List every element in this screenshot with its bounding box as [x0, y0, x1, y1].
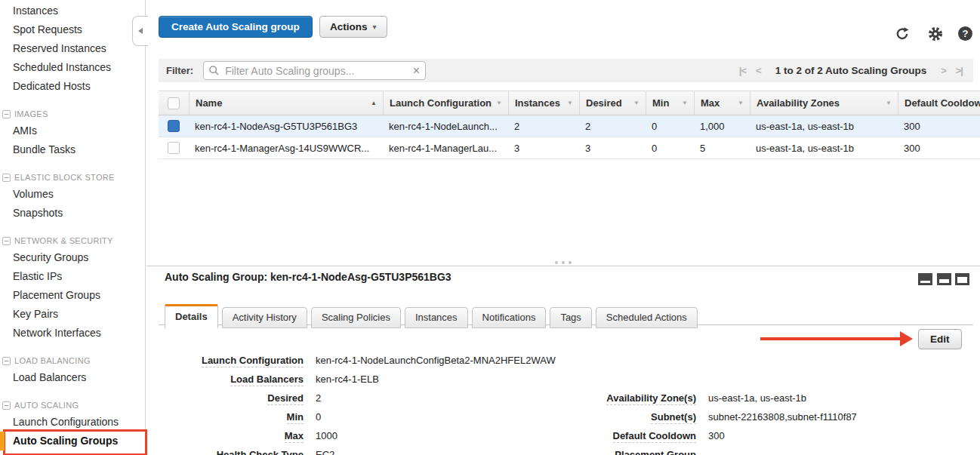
sort-icon: ▼: [886, 100, 892, 106]
help-icon[interactable]: ?: [958, 26, 973, 42]
field-value: EC2: [316, 449, 334, 455]
collapse-section-icon[interactable]: −: [2, 237, 11, 245]
row-checkbox[interactable]: [168, 120, 180, 132]
tab-scheduled-actions[interactable]: Scheduled Actions: [596, 307, 698, 328]
tab-activity-history[interactable]: Activity History: [222, 307, 307, 328]
field-availability-zones: Availability Zone(s) us-east-1a, us-east…: [596, 392, 857, 411]
sidebar-item-elastic-ips[interactable]: Elastic IPs: [0, 267, 145, 286]
next-page-button[interactable]: >: [941, 65, 946, 76]
cell-desired: 3: [579, 137, 646, 158]
field-label: Availability Zone(s): [606, 392, 696, 405]
column-header-min[interactable]: Min ▼: [646, 91, 694, 115]
column-header-max[interactable]: Max ▼: [694, 91, 750, 115]
sidebar-item-volumes[interactable]: Volumes: [0, 185, 145, 204]
sidebar-item-amis[interactable]: AMIs: [0, 121, 145, 140]
column-header-instances[interactable]: Instances ▼: [508, 91, 579, 115]
sidebar-collapse-handle[interactable]: [132, 16, 149, 46]
chevron-down-icon: ▾: [373, 23, 377, 31]
field-label: Desired: [267, 392, 304, 405]
sidebar-item-key-pairs[interactable]: Key Pairs: [0, 305, 145, 324]
sidebar-item-load-balancers[interactable]: Load Balancers: [0, 368, 145, 387]
field-value: 0: [316, 411, 321, 423]
details-fields-right: Availability Zone(s) us-east-1a, us-east…: [596, 392, 857, 455]
splitter-drag-handle[interactable]: [550, 260, 576, 266]
field-value: 1000: [316, 430, 337, 441]
sidebar-item-dedicated-hosts[interactable]: Dedicated Hosts: [0, 77, 145, 96]
actions-button[interactable]: Actions ▾: [319, 16, 387, 38]
sidebar-item-auto-scaling-groups[interactable]: Auto Scaling Groups: [0, 432, 145, 450]
sidebar-item-security-groups[interactable]: Security Groups: [0, 248, 145, 267]
details-tabs: Details Activity History Scaling Policie…: [165, 304, 701, 328]
sidebar-item-placement-groups[interactable]: Placement Groups: [0, 286, 145, 305]
column-label: Default Cooldown: [904, 97, 980, 109]
create-auto-scaling-group-button[interactable]: Create Auto Scaling group: [159, 16, 313, 38]
pane-layout-bottom-icon[interactable]: [918, 273, 932, 285]
collapse-section-icon[interactable]: −: [2, 174, 11, 182]
main-content: Create Auto Scaling group Actions ▾ ? Fi…: [146, 0, 980, 455]
pagination-status: 1 to 2 of 2 Auto Scaling Groups: [775, 65, 927, 76]
tab-details[interactable]: Details: [165, 304, 218, 328]
sidebar-item-reserved-instances[interactable]: Reserved Instances: [0, 39, 145, 58]
column-header-availability-zones[interactable]: Availability Zones ▼: [750, 91, 898, 115]
help-question-glyph: ?: [958, 26, 972, 41]
cell-max: 1,000: [694, 115, 750, 137]
column-header-default-cooldown[interactable]: Default Cooldown: [898, 91, 980, 115]
search-input[interactable]: [203, 61, 426, 80]
field-label: Launch Configuration: [202, 355, 304, 367]
first-page-button[interactable]: |<: [739, 65, 746, 76]
field-label: Default Cooldown: [613, 430, 697, 443]
refresh-icon[interactable]: [895, 26, 910, 42]
sidebar-item-network-interfaces[interactable]: Network Interfaces: [0, 324, 145, 343]
last-page-button[interactable]: >|: [956, 65, 963, 76]
column-header-desired[interactable]: Desired ▼: [579, 91, 646, 115]
ec2-console-screen: Instances Spot Requests Reserved Instanc…: [0, 0, 980, 455]
prev-page-button[interactable]: <: [756, 65, 761, 76]
field-label: Min: [287, 411, 304, 424]
sidebar-item-launch-configurations[interactable]: Launch Configurations: [0, 413, 145, 432]
collapse-section-icon[interactable]: −: [2, 401, 11, 410]
column-label: Launch Configuration: [390, 97, 492, 109]
sidebar-section-ebs: − ELASTIC BLOCK STORE Volumes Snapshots: [0, 170, 145, 223]
sidebar-item-spot-requests[interactable]: Spot Requests: [0, 20, 145, 39]
cell-min: 0: [646, 137, 694, 158]
column-header-launch-configuration[interactable]: Launch Configuration ▼: [383, 91, 508, 115]
cell-availability-zones: us-east-1a, us-east-1b: [750, 137, 898, 158]
column-header-name[interactable]: Name ▲: [189, 91, 383, 115]
actions-button-label: Actions: [330, 21, 368, 32]
edit-button[interactable]: Edit: [918, 329, 962, 349]
field-min: Min 0: [181, 411, 556, 430]
search-icon: [208, 65, 220, 79]
tab-instances[interactable]: Instances: [405, 307, 468, 328]
pagination: |< < 1 to 2 of 2 Auto Scaling Groups > >…: [739, 65, 973, 76]
sidebar-section-label: NETWORK & SECURITY: [14, 233, 113, 248]
select-all-checkbox[interactable]: [168, 97, 180, 109]
collapse-section-icon[interactable]: −: [2, 110, 11, 118]
sidebar-section-header-images: − IMAGES: [0, 106, 145, 121]
sidebar-item-scheduled-instances[interactable]: Scheduled Instances: [0, 58, 145, 77]
sidebar-item-snapshots[interactable]: Snapshots: [0, 204, 145, 223]
field-health-check-type: Health Check Type EC2: [181, 449, 556, 455]
field-label: Health Check Type: [217, 449, 304, 455]
sidebar-item-instances[interactable]: Instances: [0, 2, 145, 20]
sidebar-item-bundle-tasks[interactable]: Bundle Tasks: [0, 140, 145, 159]
pane-layout-split-icon[interactable]: [937, 273, 951, 285]
tab-notifications[interactable]: Notifications: [472, 307, 547, 328]
settings-gear-icon[interactable]: [928, 26, 943, 42]
annotation-arrow-head-icon: [900, 331, 913, 346]
sidebar-section-label: ELASTIC BLOCK STORE: [14, 170, 115, 185]
collapse-section-icon[interactable]: −: [2, 357, 11, 365]
pane-layout-full-icon[interactable]: [955, 273, 969, 285]
field-value: ken-rc4-1-NodeLaunchConfigBeta2-MNA2HFEL…: [316, 355, 556, 366]
table-row[interactable]: ken-rc4-1-NodeAsg-G5TU3P561BG3 ken-rc4-1…: [159, 115, 980, 137]
annotation-arrow: [760, 337, 901, 340]
table-row[interactable]: ken-rc4-1-ManagerAsg-14US9WWCR... ken-rc…: [159, 137, 980, 159]
field-value: 300: [708, 430, 725, 441]
sidebar-section-auto-scaling: − AUTO SCALING Launch Configurations Aut…: [0, 398, 145, 450]
tab-tags[interactable]: Tags: [550, 307, 591, 328]
cell-instances: 3: [508, 137, 579, 158]
row-checkbox[interactable]: [168, 142, 180, 154]
sidebar-section-header-auto-scaling: − AUTO SCALING: [0, 398, 145, 413]
clear-search-icon[interactable]: ×: [413, 63, 420, 78]
tab-scaling-policies[interactable]: Scaling Policies: [311, 307, 401, 328]
cell-desired: 2: [579, 115, 646, 137]
